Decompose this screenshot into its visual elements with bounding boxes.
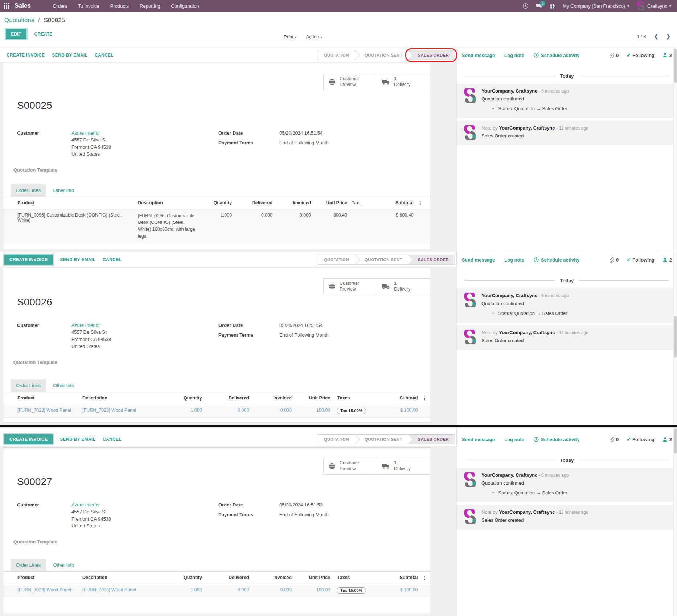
menu-products[interactable]: Products <box>110 3 129 9</box>
order-date-value: 05/20/2024 16:51:54 <box>279 323 323 328</box>
send-message-button[interactable]: Send message <box>462 53 495 58</box>
schedule-activity-button[interactable]: Schedule activity <box>534 437 579 442</box>
gift-icon[interactable] <box>549 3 555 9</box>
attachments-button[interactable]: 0 <box>609 257 619 263</box>
line-unit-price: 800.40 <box>313 209 349 243</box>
followers-button[interactable]: 2 <box>662 53 672 58</box>
customer-preview-button[interactable]: CustomerPreview <box>323 278 377 295</box>
customer-link[interactable]: Azure Interior <box>71 130 100 136</box>
column-options-icon[interactable]: ⋮ <box>420 572 431 584</box>
pager-next-icon[interactable]: ❯ <box>666 33 670 39</box>
menu-configuration[interactable]: Configuration <box>171 3 199 9</box>
message-author[interactable]: YourCompany, Craftsync <box>481 88 537 94</box>
author-avatar[interactable] <box>463 125 477 140</box>
delivery-button[interactable]: 1Delivery <box>377 278 431 295</box>
cancel-button[interactable]: CANCEL <box>99 255 125 264</box>
step-quotation[interactable]: QUOTATION <box>318 255 355 265</box>
customer-link[interactable]: Azure Interior <box>71 502 100 508</box>
step-quotation-sent[interactable]: QUOTATION SENT <box>355 50 409 60</box>
attachments-button[interactable]: 0 <box>609 437 619 442</box>
action-menu[interactable]: Action ▾ <box>306 34 322 40</box>
author-avatar[interactable] <box>463 472 477 487</box>
send-message-button[interactable]: Send message <box>462 257 495 263</box>
schedule-activity-button[interactable]: Schedule activity <box>534 53 579 58</box>
order-section-s00025: CREATE INVOICE SEND BY EMAIL CANCEL QUOT… <box>0 48 677 252</box>
cancel-button[interactable]: CANCEL <box>99 435 125 444</box>
print-menu[interactable]: Print ▾ <box>284 34 296 40</box>
apps-grid-icon[interactable] <box>4 3 9 9</box>
step-quotation[interactable]: QUOTATION <box>318 434 355 444</box>
line-description: [FURN_0096] Customizable Desk (CONFIG) (… <box>136 209 200 243</box>
message-body: Quotation confirmed <box>481 480 569 486</box>
create-button[interactable]: CREATE <box>31 29 56 39</box>
following-button[interactable]: ✔ Following <box>627 257 655 263</box>
step-sales-order[interactable]: SALES ORDER <box>409 434 455 444</box>
create-invoice-button[interactable]: CREATE INVOICE <box>4 255 53 265</box>
activities-clock-icon[interactable] <box>522 3 529 9</box>
author-avatar[interactable] <box>463 88 477 103</box>
edit-button[interactable]: EDIT <box>6 29 26 39</box>
author-avatar[interactable] <box>463 330 477 344</box>
log-note-button[interactable]: Log note <box>504 437 524 442</box>
customer-link[interactable]: Azure Interior <box>71 323 100 328</box>
followers-button[interactable]: 2 <box>662 257 672 263</box>
column-options-icon[interactable]: ⋮ <box>416 197 431 209</box>
following-button[interactable]: ✔ Following <box>627 53 655 58</box>
customer-preview-button[interactable]: CustomerPreview <box>323 74 377 90</box>
menu-to-invoice[interactable]: To Invoice <box>78 3 99 9</box>
tab-other-info[interactable]: Other Info <box>48 379 79 392</box>
message-author[interactable]: YourCompany, Craftsync <box>499 125 555 131</box>
tab-order-lines[interactable]: Order Lines <box>11 559 46 571</box>
messages-icon[interactable]: 2 <box>536 3 542 9</box>
app-name[interactable]: Sales <box>15 2 31 9</box>
author-avatar[interactable] <box>463 509 477 524</box>
step-quotation-sent[interactable]: QUOTATION SENT <box>355 255 409 265</box>
create-invoice-button[interactable]: CREATE INVOICE <box>3 50 48 60</box>
delivery-button[interactable]: 1Delivery <box>377 74 431 90</box>
cancel-button[interactable]: CANCEL <box>91 50 117 60</box>
order-line-row[interactable]: [FURN_7023] Wood Panel [FURN_7023] Wood … <box>3 584 431 597</box>
tab-order-lines[interactable]: Order Lines <box>11 184 46 197</box>
send-by-email-button[interactable]: SEND BY EMAIL <box>48 50 91 60</box>
scrollbar[interactable] <box>673 48 677 252</box>
message-author[interactable]: YourCompany, Craftsync <box>499 330 555 335</box>
message-author[interactable]: YourCompany, Craftsync <box>481 472 537 478</box>
log-note-button[interactable]: Log note <box>504 53 524 58</box>
scrollbar[interactable] <box>673 428 677 616</box>
note-message: Note by YourCompany, Craftsync - 11 minu… <box>457 325 677 350</box>
tab-other-info[interactable]: Other Info <box>48 559 79 571</box>
pager-previous-icon[interactable]: ❮ <box>654 33 658 39</box>
customer-label: Customer <box>17 323 71 350</box>
send-message-button[interactable]: Send message <box>462 437 495 442</box>
menu-reporting[interactable]: Reporting <box>140 3 160 9</box>
tab-order-lines[interactable]: Order Lines <box>11 379 46 392</box>
message-author[interactable]: YourCompany, Craftsync <box>481 293 537 298</box>
step-sales-order[interactable]: SALES ORDER <box>409 50 455 60</box>
notebook-tabs: Order Lines Other Info <box>3 184 431 197</box>
send-by-email-button[interactable]: SEND BY EMAIL <box>56 435 99 444</box>
column-options-icon[interactable]: ⋮ <box>420 392 431 404</box>
company-switcher[interactable]: My Company (San Francisco) ▾ <box>563 3 629 9</box>
step-sales-order[interactable]: SALES ORDER <box>409 255 455 265</box>
send-by-email-button[interactable]: SEND BY EMAIL <box>56 255 99 264</box>
following-button[interactable]: ✔ Following <box>627 437 655 442</box>
log-note-button[interactable]: Log note <box>504 257 524 263</box>
menu-orders[interactable]: Orders <box>53 3 67 9</box>
line-delivered: 0.000 <box>204 584 251 597</box>
message-author[interactable]: YourCompany, Craftsync <box>499 509 555 515</box>
create-invoice-button[interactable]: CREATE INVOICE <box>4 434 53 444</box>
customer-preview-button[interactable]: CustomerPreview <box>323 458 377 475</box>
author-avatar[interactable] <box>463 293 477 307</box>
delivery-button[interactable]: 1Delivery <box>377 458 431 475</box>
order-line-row[interactable]: [FURN_0096] Customizable Desk (CONFIG) (… <box>3 209 431 243</box>
tab-other-info[interactable]: Other Info <box>48 184 79 197</box>
breadcrumb-quotations[interactable]: Quotations <box>4 17 34 24</box>
attachments-button[interactable]: 0 <box>609 53 619 58</box>
order-line-row[interactable]: [FURN_7023] Wood Panel [FURN_7023] Wood … <box>3 404 431 417</box>
schedule-activity-button[interactable]: Schedule activity <box>534 257 579 263</box>
scrollbar[interactable] <box>673 252 677 425</box>
step-quotation[interactable]: QUOTATION <box>318 50 355 60</box>
followers-button[interactable]: 2 <box>662 437 672 442</box>
user-menu[interactable]: Craftsync ▾ <box>636 1 671 10</box>
step-quotation-sent[interactable]: QUOTATION SENT <box>355 434 409 444</box>
